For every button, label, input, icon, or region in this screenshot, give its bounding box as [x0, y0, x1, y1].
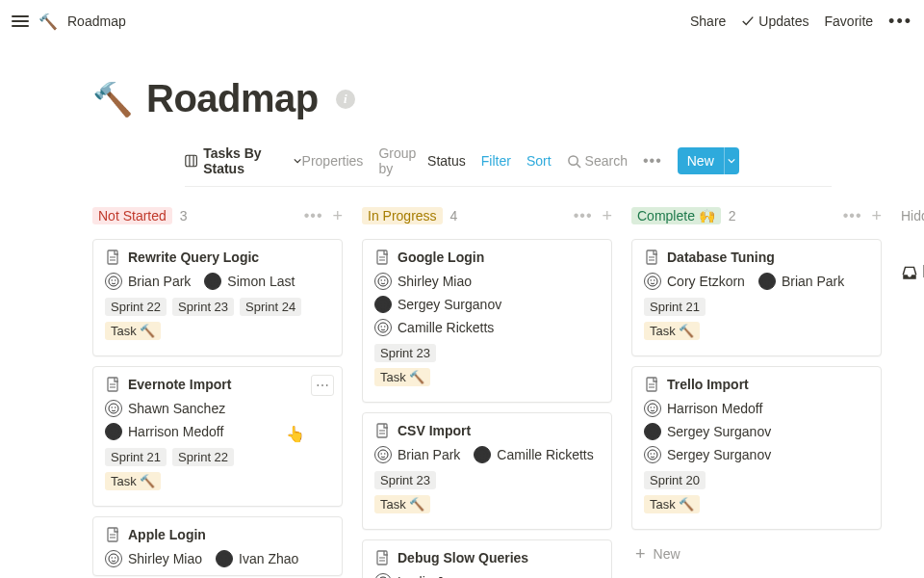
sort-button[interactable]: Sort [526, 153, 552, 169]
type-tag[interactable]: Task 🔨 [374, 495, 430, 513]
breadcrumb[interactable]: Roadmap [67, 13, 126, 29]
column-menu[interactable]: ••• [574, 207, 593, 224]
card[interactable]: Debug Slow Queries Leslie Jensen [362, 539, 612, 578]
type-tag[interactable]: Task 🔨 [105, 472, 161, 490]
sprint-tag[interactable]: Sprint 23 [374, 471, 436, 489]
column-menu[interactable]: ••• [843, 207, 862, 224]
view-switcher[interactable]: Tasks By Status [185, 145, 302, 176]
info-icon[interactable]: i [336, 90, 355, 109]
card-title: Apple Login [128, 527, 206, 542]
hidden-label: Hidd [901, 208, 924, 223]
filter-button[interactable]: Filter [481, 153, 511, 169]
card[interactable]: Rewrite Query Logic Brian ParkSimon Last… [92, 239, 343, 356]
updates-button[interactable]: Updates [741, 13, 808, 29]
favorite-button[interactable]: Favorite [825, 13, 874, 29]
assignee-name: Brian Park [128, 274, 191, 289]
new-button[interactable]: New [678, 147, 739, 174]
assignee-name: Shirley Miao [398, 274, 472, 289]
type-tag[interactable]: Task 🔨 [105, 322, 161, 340]
avatar [374, 573, 392, 578]
document-icon [374, 550, 390, 565]
assignee-name: Leslie Jensen [398, 574, 480, 578]
groupby-prefix: Group by [378, 145, 424, 176]
avatar [644, 273, 661, 290]
svg-line-4 [577, 164, 580, 168]
view-more-menu[interactable]: ••• [643, 152, 662, 170]
sprint-tag[interactable]: Sprint 22 [172, 448, 234, 466]
add-card[interactable]: +New [631, 539, 882, 568]
svg-rect-0 [186, 155, 197, 167]
assignee: Sergey Surganov [374, 296, 501, 313]
chevron-down-icon [294, 156, 301, 166]
type-tag[interactable]: Task 🔨 [644, 322, 700, 340]
avatar [105, 423, 122, 440]
search-icon [567, 154, 581, 169]
avatar [644, 446, 661, 463]
assignee-name: Harrison Medoff [128, 424, 223, 439]
groupby-button[interactable]: Group by Status [378, 145, 465, 176]
document-icon [105, 377, 120, 392]
avatar [105, 550, 122, 567]
assignee: Simon Last [204, 273, 295, 290]
sprint-tag[interactable]: Sprint 23 [374, 344, 436, 362]
sprint-tag[interactable]: Sprint 24 [240, 298, 301, 316]
more-menu[interactable]: ••• [888, 12, 912, 32]
column-label[interactable]: In Progress [362, 207, 443, 224]
share-button[interactable]: Share [690, 13, 726, 29]
card[interactable]: Trello Import Harrison MedoffSergey Surg… [631, 366, 882, 530]
column-count: 4 [450, 208, 458, 223]
hidden-groups-column[interactable]: Hidd N [901, 202, 924, 578]
card[interactable]: ⋯👆 Evernote Import Shawn SanchezHarrison… [92, 366, 343, 507]
search-button[interactable]: Search [567, 153, 628, 169]
assignee-name: Sergey Surganov [667, 424, 771, 439]
sprint-tag[interactable]: Sprint 21 [105, 448, 167, 466]
column-add[interactable]: + [332, 207, 343, 224]
new-button-chevron[interactable] [724, 147, 739, 174]
avatar [374, 296, 392, 313]
assignee: Brian Park [374, 446, 460, 463]
assignee: Harrison Medoff [644, 400, 762, 417]
avatar [105, 400, 122, 417]
document-icon [644, 377, 659, 392]
assignee-name: Sergey Surganov [667, 447, 771, 462]
type-tag[interactable]: Task 🔨 [374, 368, 430, 386]
card-menu[interactable]: ⋯ [311, 375, 334, 396]
sidebar-toggle[interactable] [12, 15, 29, 27]
no-status-group[interactable]: N [901, 262, 924, 282]
sprint-tag[interactable]: Sprint 22 [105, 298, 167, 316]
assignee-name: Shawn Sanchez [128, 401, 225, 416]
avatar [216, 550, 233, 567]
assignee: Sergey Surganov [644, 423, 771, 440]
column-label[interactable]: Not Started [92, 207, 172, 224]
assignee: Leslie Jensen [374, 573, 480, 578]
properties-button[interactable]: Properties [302, 153, 364, 169]
chevron-down-icon [728, 157, 735, 165]
card[interactable]: Apple Login Shirley MiaoIvan Zhao [92, 516, 343, 576]
column-add[interactable]: + [602, 207, 612, 224]
svg-point-3 [568, 155, 577, 164]
sprint-tag[interactable]: Sprint 21 [644, 298, 706, 316]
assignee-name: Cory Etzkorn [667, 274, 745, 289]
document-icon [644, 250, 659, 265]
board-icon [185, 153, 197, 169]
column-add[interactable]: + [871, 207, 882, 224]
assignee: Shirley Miao [105, 550, 202, 567]
page-title[interactable]: Roadmap [146, 77, 319, 120]
card[interactable]: Database Tuning Cory EtzkornBrian Park S… [631, 239, 882, 356]
sprint-tag[interactable]: Sprint 20 [644, 471, 706, 489]
column-menu[interactable]: ••• [304, 207, 323, 224]
page-icon[interactable]: 🔨 [92, 80, 133, 118]
avatar [374, 319, 392, 336]
type-tag[interactable]: Task 🔨 [644, 495, 700, 513]
assignee: Shawn Sanchez [105, 400, 225, 417]
assignee-name: Harrison Medoff [667, 401, 762, 416]
sprint-tag[interactable]: Sprint 23 [172, 298, 234, 316]
card[interactable]: Google Login Shirley MiaoSergey Surganov… [362, 239, 612, 403]
avatar [644, 400, 661, 417]
assignee: Harrison Medoff [105, 423, 223, 440]
column-label[interactable]: Complete 🙌 [631, 207, 721, 224]
plus-icon: + [635, 545, 646, 563]
card[interactable]: CSV Import Brian ParkCamille Ricketts Sp… [362, 412, 612, 530]
avatar [105, 273, 122, 290]
updates-label: Updates [758, 13, 808, 29]
